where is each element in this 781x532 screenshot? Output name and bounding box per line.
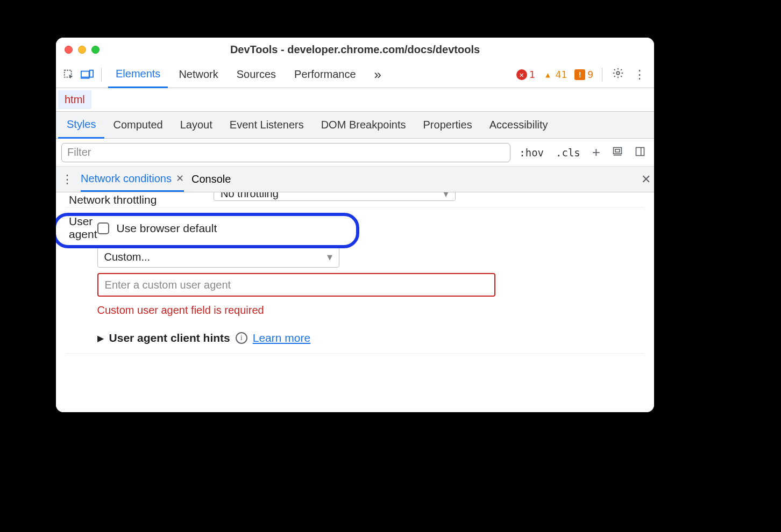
select-value: No throttling (221, 192, 279, 200)
close-window-button[interactable] (65, 46, 73, 54)
learn-more-link[interactable]: Learn more (253, 332, 310, 344)
new-style-rule-icon[interactable]: + (589, 144, 604, 161)
devtools-window: DevTools - developer.chrome.com/docs/dev… (56, 38, 654, 412)
styles-filter-input[interactable] (61, 143, 510, 162)
user-agent-error: Custom user agent field is required (97, 304, 495, 317)
drawer-tab-network-conditions[interactable]: Network conditions ✕ (81, 167, 184, 192)
network-throttling-label: Network throttling (66, 192, 214, 207)
tabs-overflow[interactable]: » (367, 61, 389, 88)
user-agent-row: User agent Use browser default Custom...… (66, 207, 644, 354)
device-toggle-icon[interactable] (80, 69, 95, 80)
network-throttling-row: Network throttling No throttling ▾ (66, 192, 644, 207)
svg-rect-3 (90, 70, 93, 77)
dom-breadcrumb-bar: html (56, 88, 654, 112)
computed-styles-icon[interactable] (609, 146, 626, 159)
cls-toggle[interactable]: .cls (552, 147, 584, 159)
tab-elements[interactable]: Elements (108, 62, 168, 88)
subtab-accessibility[interactable]: Accessibility (481, 112, 557, 138)
drawer-tabbar: ⋮ Network conditions ✕ Console ✕ (56, 167, 654, 192)
network-throttling-select[interactable]: No throttling ▾ (214, 192, 456, 201)
custom-user-agent-input[interactable] (97, 273, 495, 297)
network-conditions-panel: Network throttling No throttling ▾ User … (56, 192, 654, 412)
settings-icon[interactable] (609, 67, 627, 82)
errors-badge[interactable]: ✕1 (516, 69, 535, 80)
use-browser-default-checkbox[interactable] (97, 222, 109, 234)
tab-network[interactable]: Network (171, 61, 225, 88)
client-hints-row: ▶ User agent client hints i Learn more (97, 332, 495, 344)
main-tabbar: Elements Network Sources Performance » ✕… (56, 61, 654, 88)
chevron-down-icon: ▾ (327, 250, 332, 263)
zoom-window-button[interactable] (91, 46, 100, 54)
issues-count: 9 (587, 69, 593, 80)
inspect-icon[interactable] (61, 69, 76, 81)
use-browser-default-row: Use browser default (97, 216, 495, 241)
client-hints-label: User agent client hints (109, 332, 230, 344)
subtab-styles[interactable]: Styles (58, 112, 104, 139)
warnings-count: 41 (555, 69, 567, 80)
chevron-down-icon: ▾ (443, 192, 449, 200)
svg-rect-5 (614, 147, 622, 154)
issue-icon: ! (574, 69, 585, 80)
warnings-badge[interactable]: ▲41 (542, 69, 567, 80)
styles-toolbar: :hov .cls + (56, 139, 654, 167)
hov-toggle[interactable]: :hov (516, 147, 547, 159)
window-title: DevTools - developer.chrome.com/docs/dev… (56, 44, 654, 56)
subtab-event-listeners[interactable]: Event Listeners (221, 112, 313, 138)
divider (602, 68, 602, 82)
info-icon[interactable]: i (236, 332, 247, 344)
drawer-close-icon[interactable]: ✕ (641, 167, 651, 192)
toggle-sidebar-icon[interactable] (631, 146, 649, 159)
window-controls (65, 46, 100, 54)
select-value: Custom... (104, 251, 151, 263)
warning-icon: ▲ (542, 69, 553, 80)
drawer-tab-label: Network conditions (81, 172, 172, 185)
use-browser-default-label: Use browser default (117, 222, 217, 235)
minimize-window-button[interactable] (78, 46, 86, 54)
disclosure-triangle-icon[interactable]: ▶ (97, 333, 104, 343)
svg-rect-1 (81, 71, 89, 77)
close-icon[interactable]: ✕ (176, 172, 184, 184)
tab-sources[interactable]: Sources (229, 61, 283, 88)
elements-subtabs: Styles Computed Layout Event Listeners D… (56, 112, 654, 139)
titlebar: DevTools - developer.chrome.com/docs/dev… (56, 38, 654, 61)
user-agent-select[interactable]: Custom... ▾ (97, 246, 339, 268)
breadcrumb-html[interactable]: html (58, 90, 91, 109)
subtab-dom-breakpoints[interactable]: DOM Breakpoints (313, 112, 415, 138)
subtab-layout[interactable]: Layout (172, 112, 221, 138)
drawer-more-icon[interactable]: ⋮ (61, 172, 73, 186)
error-icon: ✕ (516, 69, 527, 80)
svg-rect-8 (636, 147, 644, 155)
user-agent-label: User agent (66, 211, 97, 241)
svg-rect-6 (615, 149, 620, 152)
divider (101, 68, 102, 82)
issues-badge[interactable]: !9 (574, 69, 593, 80)
drawer-tab-label: Console (191, 173, 231, 185)
more-icon[interactable]: ⋮ (630, 68, 649, 82)
errors-count: 1 (529, 69, 535, 80)
svg-point-4 (616, 71, 620, 75)
tab-performance[interactable]: Performance (287, 61, 364, 88)
drawer-tab-console[interactable]: Console (191, 173, 231, 185)
subtab-properties[interactable]: Properties (415, 112, 481, 138)
subtab-computed[interactable]: Computed (104, 112, 171, 138)
